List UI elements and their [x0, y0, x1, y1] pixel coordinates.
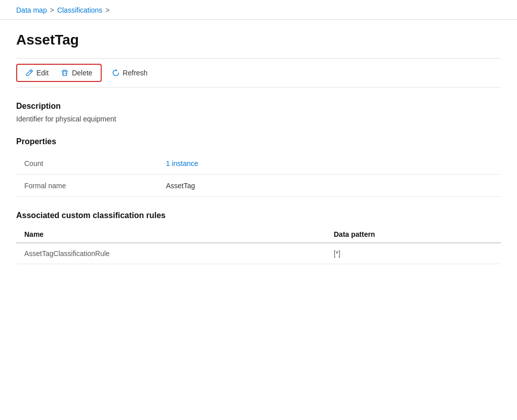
col-header-pattern: Data pattern — [326, 226, 501, 243]
custom-rules-section: Associated custom classification rules N… — [16, 211, 501, 264]
property-label-count: Count — [24, 159, 166, 167]
table-header-row: Name Data pattern — [16, 226, 501, 243]
refresh-button[interactable]: Refresh — [106, 66, 154, 80]
description-section: Description Identifier for physical equi… — [16, 102, 501, 123]
breadcrumb: Data map > Classifications > — [0, 0, 517, 20]
property-row-formal-name: Formal name AssetTag — [16, 175, 501, 197]
property-label-formal-name: Formal name — [24, 182, 166, 190]
rule-name: AssetTagClassificationRule — [16, 243, 326, 264]
refresh-icon — [112, 69, 120, 77]
properties-title: Properties — [16, 137, 501, 146]
svg-rect-0 — [62, 71, 68, 71]
properties-section: Properties Count 1 instance Formal name … — [16, 137, 501, 197]
edit-delete-group: Edit Delete — [16, 64, 102, 82]
col-header-name: Name — [16, 226, 326, 243]
table-row: AssetTagClassificationRule [*] — [16, 243, 501, 264]
breadcrumb-sep-2: > — [105, 6, 109, 14]
refresh-label: Refresh — [123, 69, 148, 77]
main-content: AssetTag Edit — [0, 20, 517, 295]
edit-label: Edit — [36, 69, 49, 77]
breadcrumb-sep-1: > — [50, 6, 54, 14]
property-value-formal-name: AssetTag — [166, 182, 195, 190]
description-title: Description — [16, 102, 501, 111]
property-row-count: Count 1 instance — [16, 152, 501, 175]
rule-pattern: [*] — [326, 243, 501, 264]
delete-button[interactable]: Delete — [55, 66, 98, 80]
breadcrumb-classifications[interactable]: Classifications — [57, 6, 102, 14]
edit-button[interactable]: Edit — [19, 66, 55, 80]
delete-label: Delete — [72, 69, 92, 77]
edit-icon — [25, 69, 33, 77]
property-value-count[interactable]: 1 instance — [166, 159, 198, 167]
rules-table: Name Data pattern AssetTagClassification… — [16, 226, 501, 264]
custom-rules-title: Associated custom classification rules — [16, 211, 501, 220]
breadcrumb-data-map[interactable]: Data map — [16, 6, 47, 14]
delete-icon — [61, 69, 69, 77]
description-text: Identifier for physical equipment — [16, 115, 501, 123]
toolbar: Edit Delete — [16, 58, 501, 88]
page-title: AssetTag — [16, 32, 501, 48]
